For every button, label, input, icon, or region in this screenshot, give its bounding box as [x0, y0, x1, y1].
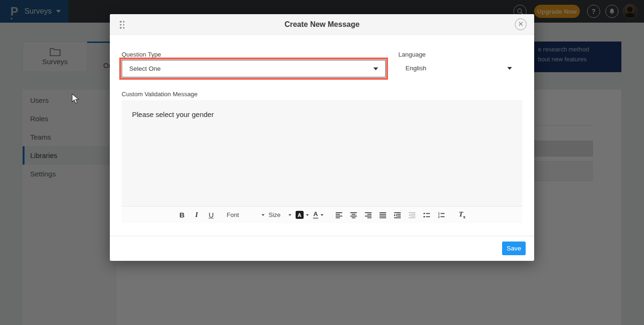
dialog-header: Create New Message ✕ [110, 14, 534, 35]
validation-message-label: Custom Validation Message [122, 91, 198, 98]
bold-button[interactable]: B [177, 209, 187, 221]
numbered-list-icon: 1 2 [438, 212, 445, 218]
language-select[interactable]: English [398, 60, 519, 77]
font-size-dropdown[interactable]: Size [269, 209, 291, 221]
justify-button[interactable] [378, 209, 388, 221]
editor-toolbar: B I U Font Size A A [122, 206, 522, 223]
background-color-icon: A [296, 211, 304, 219]
bold-icon: B [179, 211, 184, 219]
underline-icon: U [208, 211, 214, 219]
dropdown-caret-icon [262, 214, 264, 216]
dropdown-caret-icon [373, 67, 378, 70]
font-size-label: Size [269, 211, 281, 218]
dialog-title: Create New Message [110, 14, 534, 35]
question-type-label: Question Type [122, 51, 161, 58]
outdent-icon [409, 212, 415, 218]
validation-message-editor[interactable]: Please select your gender B I U Font Siz… [122, 100, 522, 223]
dropdown-caret-icon [507, 67, 512, 70]
create-new-message-dialog: Create New Message ✕ Question Type Selec… [110, 14, 534, 261]
font-family-dropdown[interactable]: Font [227, 209, 264, 221]
question-type-highlight: Select One [119, 58, 388, 80]
bullet-list-icon [423, 212, 430, 218]
italic-button[interactable]: I [191, 209, 202, 221]
language-value: English [405, 60, 426, 76]
mouse-cursor-icon [72, 93, 80, 105]
validation-message-text: Please select your gender [132, 110, 214, 118]
svg-text:2: 2 [438, 215, 440, 218]
text-color-button[interactable]: A [313, 209, 323, 221]
bullet-list-button[interactable] [421, 209, 432, 221]
underline-button[interactable]: U [206, 209, 216, 221]
align-left-button[interactable] [334, 209, 344, 221]
background-color-button[interactable]: A [296, 209, 309, 221]
font-family-label: Font [227, 211, 239, 218]
question-type-select[interactable]: Select One [122, 60, 386, 77]
text-color-icon: A [313, 211, 318, 219]
align-right-button[interactable] [363, 209, 373, 221]
align-right-icon [365, 212, 372, 218]
italic-icon: I [195, 211, 198, 219]
dropdown-caret-icon [321, 214, 323, 216]
clear-format-icon: Tx [459, 210, 465, 219]
dropdown-caret-icon [289, 214, 291, 216]
numbered-list-button[interactable]: 1 2 [436, 209, 446, 221]
close-icon: ✕ [518, 20, 524, 28]
clear-format-button[interactable]: Tx [457, 209, 467, 221]
language-label: Language [398, 51, 426, 58]
align-left-icon [336, 212, 342, 218]
question-type-value: Select One [129, 60, 161, 77]
align-center-button[interactable] [348, 209, 359, 221]
justify-icon [380, 212, 386, 218]
dropdown-caret-icon [306, 214, 309, 216]
save-button[interactable]: Save [502, 242, 526, 255]
align-center-icon [350, 212, 357, 218]
indent-button[interactable] [392, 209, 403, 221]
indent-icon [394, 212, 401, 218]
close-button[interactable]: ✕ [515, 18, 527, 30]
footer-divider [110, 236, 534, 236]
svg-text:1: 1 [438, 212, 440, 215]
outdent-button[interactable] [407, 209, 417, 221]
